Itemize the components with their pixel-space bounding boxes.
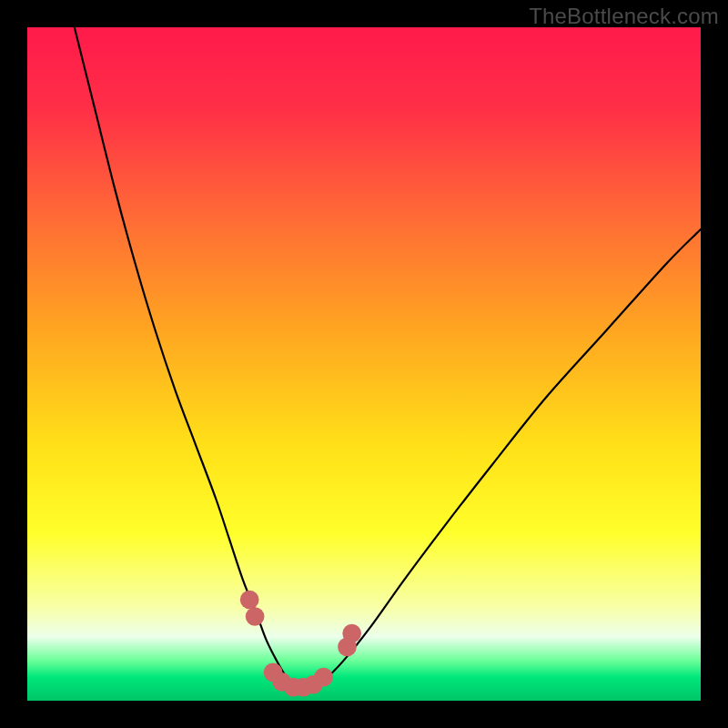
- curve-marker: [240, 591, 259, 610]
- watermark-text: TheBottleneck.com: [529, 4, 719, 29]
- curve-marker: [342, 624, 361, 643]
- chart-frame: TheBottleneck.com: [0, 0, 728, 728]
- curve-marker: [246, 607, 265, 626]
- bottleneck-curve: [75, 27, 701, 688]
- curve-marker: [314, 668, 333, 687]
- chart-curve-layer: [27, 27, 701, 701]
